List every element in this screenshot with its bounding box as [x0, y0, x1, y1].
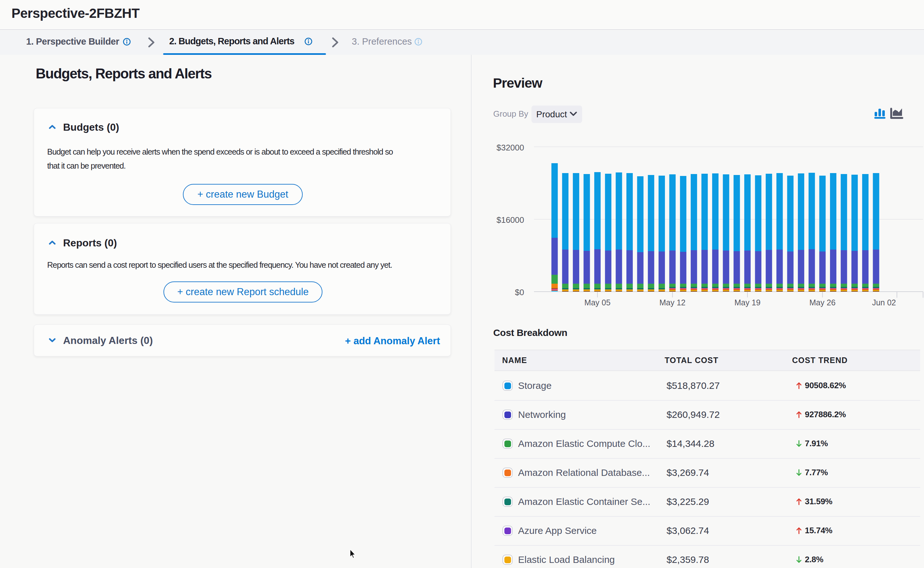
svg-text:Jun 02: Jun 02 — [872, 298, 896, 307]
svg-text:$16000: $16000 — [496, 215, 524, 225]
svg-text:May 05: May 05 — [584, 298, 610, 307]
svg-text:May 26: May 26 — [809, 298, 835, 307]
svg-text:May 19: May 19 — [734, 298, 761, 307]
svg-text:$0: $0 — [515, 287, 524, 297]
svg-text:May 12: May 12 — [660, 298, 686, 307]
svg-text:$32000: $32000 — [496, 143, 524, 153]
